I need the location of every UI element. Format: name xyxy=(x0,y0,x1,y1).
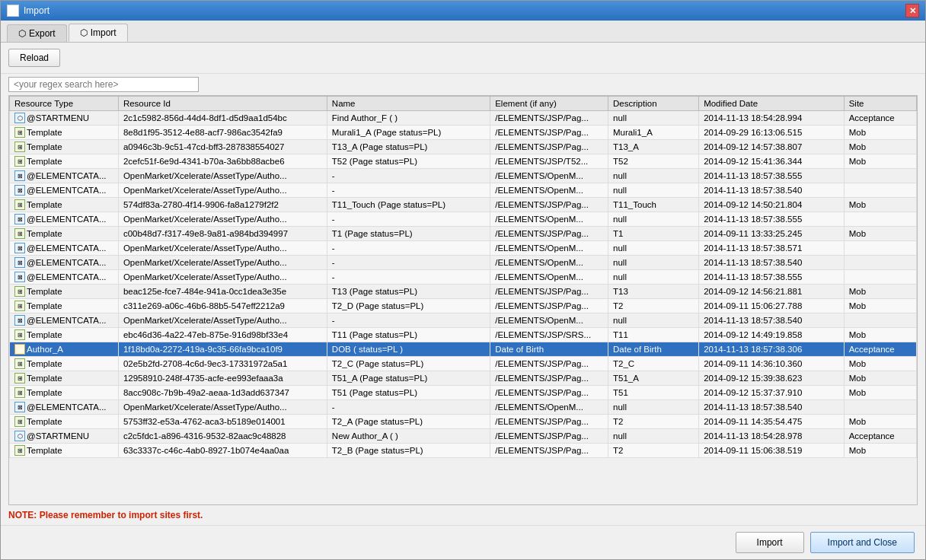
cell-site: Mob xyxy=(844,285,916,299)
cell-resource-id: 63c3337c-c46c-4ab0-8927-1b074e4aa0aa xyxy=(118,444,327,458)
window-title: Import xyxy=(24,5,49,16)
cell-site: Mob xyxy=(844,227,916,241)
cell-modified: 2014-11-13 18:57:38.555 xyxy=(699,169,845,183)
cell-description: T13_A xyxy=(608,140,699,154)
import-close-button[interactable]: Import and Close xyxy=(810,532,915,553)
cell-resource-type: ⊞ Template xyxy=(10,198,119,212)
table-row[interactable]: ⊞ Template 8acc908c-7b9b-49a2-aeaa-1d3ad… xyxy=(10,386,917,400)
table-row[interactable]: ⊞ Template 02e5b2fd-2708-4c6d-9ec3-17331… xyxy=(10,357,917,371)
row-type-icon: ⊞ xyxy=(14,301,25,311)
cell-resource-type-text: Author_A xyxy=(27,345,63,354)
cell-site: Mob xyxy=(844,198,916,212)
tabs-bar: ⬡ Export ⬡ Import xyxy=(1,21,925,43)
cell-resource-type: ⊠ @ELEMENTCATA... xyxy=(10,169,119,183)
cell-resource-id: beac125e-fce7-484e-941a-0cc1dea3e35e xyxy=(118,285,327,299)
table-row[interactable]: ⊠ @ELEMENTCATA... OpenMarket/Xcelerate/A… xyxy=(10,270,917,285)
cell-name: - xyxy=(327,270,490,285)
cell-description: T2 xyxy=(608,415,699,429)
tab-export[interactable]: ⬡ Export xyxy=(7,24,67,42)
table-row[interactable]: ⊞ Template c311e269-a06c-46b6-88b5-547ef… xyxy=(10,299,917,313)
table-row[interactable]: ⊠ @ELEMENTCATA... OpenMarket/Xcelerate/A… xyxy=(10,256,917,270)
cell-name: DOB ( status=PL ) xyxy=(327,342,490,357)
cell-description: null xyxy=(608,400,699,415)
cell-site: Mob xyxy=(844,154,916,169)
cell-description: T2_C xyxy=(608,357,699,371)
cell-resource-id: OpenMarket/Xcelerate/AssetType/Autho... xyxy=(118,169,327,183)
import-button[interactable]: Import xyxy=(736,532,804,553)
tab-import[interactable]: ⬡ Import xyxy=(69,24,128,42)
close-button[interactable]: ✕ xyxy=(905,4,919,18)
cell-site xyxy=(844,183,916,198)
table-body: ⬡ @STARTMENU 2c1c5982-856d-44d4-8df1-d5d… xyxy=(10,111,917,458)
row-type-icon: ⊞ xyxy=(14,228,25,239)
row-type-icon: ⊞ xyxy=(14,416,25,427)
reload-button[interactable]: Reload xyxy=(8,49,60,67)
cell-description: T13 xyxy=(608,285,699,299)
cell-description: null xyxy=(608,169,699,183)
table-row[interactable]: ⊞ Template 63c3337c-c46c-4ab0-8927-1b074… xyxy=(10,444,917,458)
cell-resource-id: 12958910-248f-4735-acfe-ee993efaaa3a xyxy=(118,371,327,386)
cell-name: - xyxy=(327,256,490,270)
cell-element: /ELEMENTS/JSP/Pag... xyxy=(490,444,608,458)
cell-description: T11 xyxy=(608,328,699,342)
cell-description: T1 xyxy=(608,227,699,241)
table-row[interactable]: ⊞ Template c00b48d7-f317-49e8-9a81-a984b… xyxy=(10,227,917,241)
table-row[interactable]: ◎ Author_A 1f18bd0a-2272-419a-9c35-66fa9… xyxy=(10,342,917,357)
cell-resource-id: 5753ff32-e53a-4762-aca3-b5189e014001 xyxy=(118,415,327,429)
cell-resource-type: ⊠ @ELEMENTCATA... xyxy=(10,241,119,256)
table-row[interactable]: ⬡ @STARTMENU 2c1c5982-856d-44d4-8df1-d5d… xyxy=(10,111,917,126)
cell-resource-type: ⊠ @ELEMENTCATA... xyxy=(10,256,119,270)
row-type-icon: ⊠ xyxy=(14,402,25,412)
table-row[interactable]: ⊠ @ELEMENTCATA... OpenMarket/Xcelerate/A… xyxy=(10,313,917,328)
table-row[interactable]: ⊞ Template a0946c3b-9c51-47cd-bff3-28783… xyxy=(10,140,917,154)
cell-resource-type: ⊞ Template xyxy=(10,140,119,154)
cell-description: T51_A xyxy=(608,371,699,386)
table-row[interactable]: ⊠ @ELEMENTCATA... OpenMarket/Xcelerate/A… xyxy=(10,183,917,198)
cell-site xyxy=(844,313,916,328)
cell-resource-id: 1f18bd0a-2272-419a-9c35-66fa9bca10f9 xyxy=(118,342,327,357)
cell-modified: 2014-09-12 14:56:21.881 xyxy=(699,285,845,299)
cell-resource-type-text: @ELEMENTCATA... xyxy=(27,243,107,253)
cell-resource-type-text: Template xyxy=(27,229,62,238)
cell-site xyxy=(844,400,916,415)
table-row[interactable]: ⊞ Template ebc46d36-4a22-47eb-875e-916d9… xyxy=(10,328,917,342)
table-row[interactable]: ⊞ Template 574df83a-2780-4f14-9906-fa8a1… xyxy=(10,198,917,212)
table-scroll[interactable]: Resource Type Resource Id Name Element (… xyxy=(8,95,918,505)
cell-resource-type-text: @ELEMENTCATA... xyxy=(27,215,107,224)
table-row[interactable]: ⊞ Template 12958910-248f-4735-acfe-ee993… xyxy=(10,371,917,386)
cell-name: T52 (Page status=PL) xyxy=(327,154,490,169)
cell-element: /ELEMENTS/JSP/Pag... xyxy=(490,415,608,429)
cell-site xyxy=(844,169,916,183)
table-row[interactable]: ⊠ @ELEMENTCATA... OpenMarket/Xcelerate/A… xyxy=(10,400,917,415)
cell-resource-id: 574df83a-2780-4f14-9906-fa8a1279f2f2 xyxy=(118,198,327,212)
note-bar: NOTE: Please remember to import sites fi… xyxy=(1,505,925,525)
table-row[interactable]: ⊠ @ELEMENTCATA... OpenMarket/Xcelerate/A… xyxy=(10,169,917,183)
cell-resource-type: ⊞ Template xyxy=(10,227,119,241)
table-row[interactable]: ⊠ @ELEMENTCATA... OpenMarket/Xcelerate/A… xyxy=(10,212,917,227)
table-row[interactable]: ⊞ Template 2cefc51f-6e9d-4341-b70a-3a6bb… xyxy=(10,154,917,169)
table-row[interactable]: ⊞ Template 5753ff32-e53a-4762-aca3-b5189… xyxy=(10,415,917,429)
cell-resource-type: ⊞ Template xyxy=(10,328,119,342)
cell-modified: 2014-11-13 18:54:28.994 xyxy=(699,111,845,126)
table-row[interactable]: ⊠ @ELEMENTCATA... OpenMarket/Xcelerate/A… xyxy=(10,241,917,256)
search-input[interactable] xyxy=(8,77,199,92)
cell-resource-id: OpenMarket/Xcelerate/AssetType/Autho... xyxy=(118,183,327,198)
cell-site xyxy=(844,241,916,256)
cell-element: /ELEMENTS/JSP/Pag... xyxy=(490,140,608,154)
cell-element: /ELEMENTS/JSP/Pag... xyxy=(490,227,608,241)
cell-description: Date of Birth xyxy=(608,342,699,357)
col-header-site: Site xyxy=(844,97,916,111)
cell-modified: 2014-09-11 14:36:10.360 xyxy=(699,357,845,371)
cell-name: T51 (Page status=PL) xyxy=(327,386,490,400)
table-row[interactable]: ⊞ Template beac125e-fce7-484e-941a-0cc1d… xyxy=(10,285,917,299)
cell-modified: 2014-11-13 18:57:38.540 xyxy=(699,183,845,198)
table-row[interactable]: ⊞ Template 8e8d1f95-3512-4e88-acf7-986ac… xyxy=(10,126,917,140)
table-row[interactable]: ⬡ @STARTMENU c2c5fdc1-a896-4316-9532-82a… xyxy=(10,429,917,444)
cell-resource-type: ⊞ Template xyxy=(10,386,119,400)
cell-resource-type-text: Template xyxy=(27,287,62,296)
col-header-modified: Modified Date xyxy=(699,97,845,111)
col-header-resource-id: Resource Id xyxy=(118,97,327,111)
cell-description: T2 xyxy=(608,444,699,458)
window-icon: ⬡ xyxy=(7,5,19,17)
cell-modified: 2014-09-12 14:57:38.807 xyxy=(699,140,845,154)
